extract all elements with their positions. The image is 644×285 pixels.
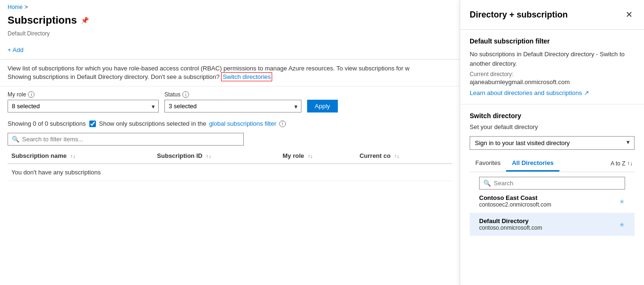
switch-directories-link[interactable]: Switch directories xyxy=(221,72,272,81)
col-my-role[interactable]: My role ↑↓ xyxy=(279,148,356,164)
description-line1: View list of subscriptions for which you… xyxy=(8,64,452,73)
set-default-label: Set your default directory xyxy=(470,123,635,130)
directory-list: Contoso East Coast contosoec2.onmicrosof… xyxy=(470,190,635,243)
checkbox-text: Show only subscriptions selected in the xyxy=(99,120,206,127)
current-dir-label: Current directory: xyxy=(470,71,635,78)
col-current-cost[interactable]: Current co ↑↓ xyxy=(356,148,452,164)
role-filter-label: My role i xyxy=(8,91,159,98)
current-dir-value: ajaneaburnleygmail.onmicrosoft.com xyxy=(470,78,635,86)
home-link[interactable]: Home xyxy=(8,4,23,10)
page-header: Subscriptions 📌 xyxy=(0,12,460,30)
global-filter-link[interactable]: global subscriptions filter xyxy=(209,120,276,127)
dir-name: Contoso East Coast xyxy=(479,194,551,201)
status-filter-group: Status i 3 selected xyxy=(164,91,301,112)
dir-domain: contosoec2.onmicrosoft.com xyxy=(479,201,551,208)
sort-icon-name[interactable]: ↑↓ xyxy=(70,153,76,159)
role-filter-group: My role i 8 selected xyxy=(8,91,159,112)
tab-all-directories[interactable]: All Directories xyxy=(506,155,559,172)
page-title: Subscriptions xyxy=(8,14,77,26)
dir-item-info: Contoso East Coast contosoec2.onmicrosof… xyxy=(479,194,551,208)
description-line2: Showing subscriptions in Default Directo… xyxy=(8,73,452,81)
dir-item-default[interactable]: Default Directory contoso.onmicrosoft.co… xyxy=(470,213,635,236)
tab-sort[interactable]: A to Z ↑↓ xyxy=(609,156,635,171)
tab-favorites[interactable]: Favorites xyxy=(470,155,506,172)
breadcrumb-separator: > xyxy=(25,4,28,10)
panel-title: Directory + subscription xyxy=(470,10,568,20)
filter-info-icon[interactable]: i xyxy=(279,121,286,127)
status-filter-label: Status i xyxy=(164,91,301,98)
learn-link[interactable]: Learn about directories and subscription… xyxy=(470,89,589,96)
sort-icon-cost[interactable]: ↑↓ xyxy=(394,153,399,159)
search-icon: 🔍 xyxy=(12,136,19,143)
default-filter-title: Default subscription filter xyxy=(470,37,635,45)
no-data-cell: You don't have any subscriptions xyxy=(8,164,452,181)
table-container: Subscription name ↑↓ Subscription ID ↑↓ … xyxy=(0,148,460,285)
panel-search-input[interactable] xyxy=(494,180,621,187)
filters: My role i 8 selected Status i 3 selected… xyxy=(0,86,460,117)
role-info-icon[interactable]: i xyxy=(28,91,34,98)
learn-link-text: Learn about directories and subscription… xyxy=(470,89,582,96)
breadcrumb: Home > xyxy=(0,0,460,12)
pin-icon[interactable]: 📌 xyxy=(81,17,89,24)
filter-checkbox[interactable] xyxy=(89,121,96,127)
table-header-row: Subscription name ↑↓ Subscription ID ↑↓ … xyxy=(8,148,452,164)
toolbar: + Add xyxy=(0,41,460,60)
status-select-wrapper: 3 selected xyxy=(164,100,301,112)
external-link-icon: ↗ xyxy=(584,89,589,96)
status-select[interactable]: 3 selected xyxy=(164,100,301,112)
default-filter-section: Default subscription filter No subscript… xyxy=(460,30,644,104)
side-panel: Directory + subscription ✕ Default subsc… xyxy=(460,0,644,285)
showing-count: Showing 0 of 0 subscriptions xyxy=(8,120,86,127)
panel-header: Directory + subscription ✕ xyxy=(460,0,644,30)
panel-search-icon: 🔍 xyxy=(483,180,491,187)
dir-domain-default: contoso.onmicrosoft.com xyxy=(479,225,542,231)
search-bar: 🔍 xyxy=(0,130,460,148)
role-select[interactable]: 8 selected xyxy=(8,100,159,112)
no-data-row: You don't have any subscriptions xyxy=(8,164,452,181)
close-button[interactable]: ✕ xyxy=(624,8,635,22)
dir-name-default: Default Directory xyxy=(479,217,542,225)
role-select-wrapper: 8 selected xyxy=(8,100,159,112)
status-info-icon[interactable]: i xyxy=(182,91,189,98)
directory-tabs: Favorites All Directories A to Z ↑↓ xyxy=(470,155,635,172)
col-subscription-id[interactable]: Subscription ID ↑↓ xyxy=(153,148,279,164)
switch-directory-section: Switch directory Set your default direct… xyxy=(460,104,644,285)
default-dir-wrapper: Sign in to your last visited directory xyxy=(470,133,635,150)
switch-section-title: Switch directory xyxy=(470,112,635,120)
page-subtitle: Default Directory xyxy=(0,30,460,41)
dir-item-contoso-east[interactable]: Contoso East Coast contosoec2.onmicrosof… xyxy=(470,190,635,213)
sort-icon-role[interactable]: ↑↓ xyxy=(308,153,313,159)
description: View list of subscriptions for which you… xyxy=(0,60,460,86)
add-button[interactable]: + Add xyxy=(8,44,24,55)
subscriptions-table: Subscription name ↑↓ Subscription ID ↑↓ … xyxy=(8,148,452,181)
default-dir-dropdown[interactable]: Sign in to your last visited directory xyxy=(470,136,635,150)
main-content: Home > Subscriptions 📌 Default Directory… xyxy=(0,0,460,285)
showing-row: Showing 0 of 0 subscriptions Show only s… xyxy=(0,117,460,130)
search-input-wrapper: 🔍 xyxy=(8,133,244,146)
default-filter-desc: No subscriptions in Default Directory di… xyxy=(470,50,635,68)
favorite-star-icon[interactable]: ★ xyxy=(619,198,625,205)
col-subscription-name[interactable]: Subscription name ↑↓ xyxy=(8,148,153,164)
favorite-star-icon-default[interactable]: ★ xyxy=(619,221,625,228)
search-input[interactable] xyxy=(22,136,240,143)
panel-search: 🔍 xyxy=(479,177,625,190)
sort-icon-id[interactable]: ↑↓ xyxy=(206,153,211,159)
dir-item-info-default: Default Directory contoso.onmicrosoft.co… xyxy=(479,217,542,231)
apply-button[interactable]: Apply xyxy=(307,100,338,112)
filter-checkbox-label[interactable]: Show only subscriptions selected in the … xyxy=(89,120,285,127)
